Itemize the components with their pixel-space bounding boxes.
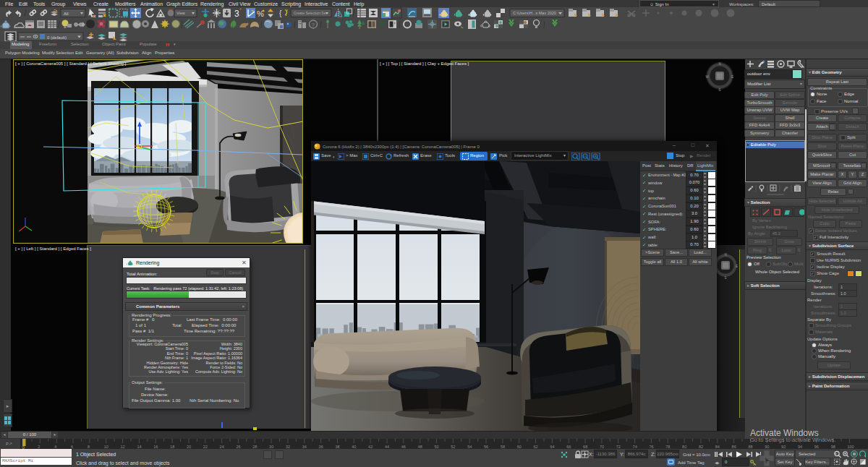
svg-text:2: 2 <box>38 445 40 449</box>
svg-text:64: 64 <box>550 445 554 449</box>
svg-text:94: 94 <box>798 445 802 449</box>
svg-text:32: 32 <box>286 445 290 449</box>
svg-text:86: 86 <box>732 445 736 449</box>
svg-text:?: ? <box>312 22 315 28</box>
svg-text:N: N <box>718 62 720 66</box>
svg-text:80: 80 <box>682 445 686 449</box>
svg-text:8: 8 <box>88 445 90 449</box>
svg-text:44: 44 <box>385 445 389 449</box>
svg-text:28: 28 <box>252 445 257 449</box>
svg-text:46: 46 <box>401 445 406 449</box>
svg-text:C:\Users\H...s Max 2020: C:\Users\H...s Max 2020 <box>513 11 556 15</box>
svg-text:38: 38 <box>336 445 340 449</box>
svg-text:48: 48 <box>418 445 422 449</box>
svg-text:18: 18 <box>170 445 174 449</box>
svg-text:View: View <box>176 11 185 15</box>
svg-text:42: 42 <box>368 445 373 449</box>
svg-text:14: 14 <box>137 445 141 449</box>
svg-text:24: 24 <box>220 445 224 449</box>
svg-text:40: 40 <box>352 445 356 449</box>
svg-text:72: 72 <box>616 445 621 449</box>
svg-text:3: 3 <box>234 9 239 19</box>
svg-text:96: 96 <box>814 445 819 449</box>
svg-text:34: 34 <box>302 445 307 449</box>
svg-text:30: 30 <box>269 445 273 449</box>
svg-text:98: 98 <box>831 445 835 449</box>
svg-text:S: S <box>724 276 726 280</box>
svg-text:50: 50 <box>435 445 439 449</box>
svg-text:60: 60 <box>517 445 522 449</box>
svg-text:All: All <box>64 12 69 16</box>
svg-text:12: 12 <box>121 445 125 449</box>
svg-text:84: 84 <box>715 445 720 449</box>
svg-text:52: 52 <box>451 445 455 449</box>
svg-text:92: 92 <box>781 445 786 449</box>
svg-text:82: 82 <box>699 445 703 449</box>
svg-text:6: 6 <box>71 445 73 449</box>
svg-text:E: E <box>731 75 733 79</box>
svg-text:22: 22 <box>203 445 208 449</box>
svg-text:{: { <box>279 9 282 17</box>
svg-text:70: 70 <box>600 445 604 449</box>
svg-text:0 (default): 0 (default) <box>47 35 67 40</box>
svg-text:90: 90 <box>765 445 769 449</box>
svg-text:66: 66 <box>566 445 571 449</box>
svg-text:78: 78 <box>665 445 670 449</box>
svg-text:58: 58 <box>501 445 505 449</box>
svg-text:36: 36 <box>319 445 323 449</box>
svg-text:E: E <box>736 265 738 268</box>
svg-text:4: 4 <box>54 445 56 449</box>
svg-text:26: 26 <box>236 445 240 449</box>
svg-text:74: 74 <box>633 445 637 449</box>
svg-text:62: 62 <box>534 445 538 449</box>
svg-text:S: S <box>718 88 720 92</box>
svg-text:20: 20 <box>187 445 191 449</box>
svg-text:56: 56 <box>484 445 488 449</box>
svg-text:P↗: P↗ <box>6 442 12 446</box>
svg-text:76: 76 <box>649 445 653 449</box>
svg-text:10: 10 <box>104 445 109 449</box>
svg-text:88: 88 <box>749 445 753 449</box>
svg-text:68: 68 <box>583 445 587 449</box>
svg-text:54: 54 <box>467 445 472 449</box>
svg-text:100: 100 <box>848 445 854 449</box>
svg-text:16: 16 <box>153 445 158 449</box>
svg-text:°: ° <box>239 8 242 13</box>
svg-text:N: N <box>724 253 726 257</box>
svg-text:Create Selection Se: Create Selection Se <box>294 11 326 15</box>
